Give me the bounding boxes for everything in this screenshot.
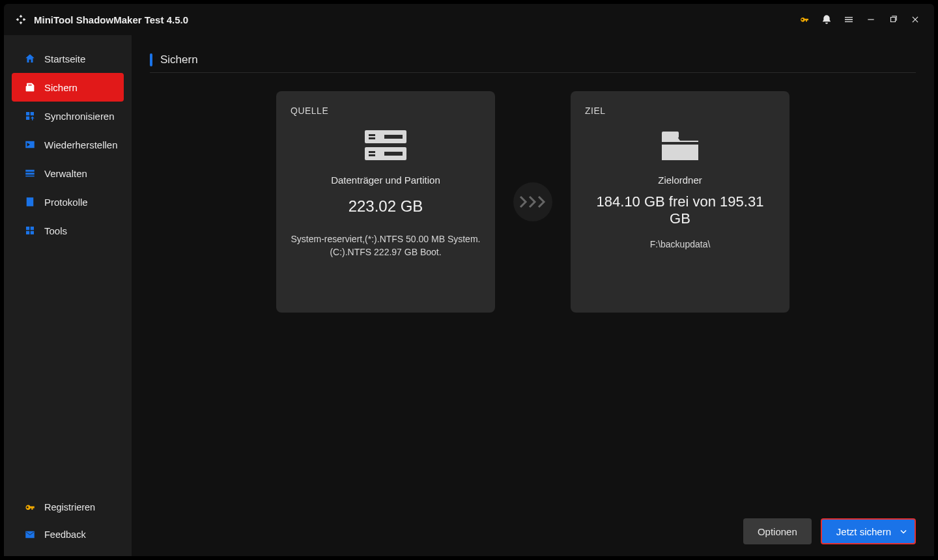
- titlebar-key-icon[interactable]: [793, 8, 816, 31]
- titlebar: MiniTool ShadowMaker Test 4.5.0: [4, 4, 934, 35]
- titlebar-maximize-icon[interactable]: [882, 8, 904, 31]
- svg-rect-0: [868, 19, 874, 20]
- logs-icon: [23, 195, 36, 208]
- sidebar-item-home[interactable]: Startseite: [12, 44, 124, 73]
- sidebar-item-label: Synchronisieren: [44, 111, 115, 122]
- svg-rect-9: [662, 132, 679, 138]
- caret-down-icon: [900, 526, 907, 537]
- key-icon: [23, 501, 36, 514]
- sidebar-item-label: Tools: [44, 225, 67, 236]
- chevrons-right-icon: [519, 195, 547, 208]
- mail-icon: [23, 528, 36, 541]
- source-card[interactable]: QUELLE: [276, 91, 495, 313]
- titlebar-notify-icon[interactable]: [816, 8, 838, 31]
- source-detail: System-reserviert,(*:).NTFS 50.00 MB Sys…: [291, 232, 481, 259]
- app-title: MiniTool ShadowMaker Test 4.5.0: [34, 14, 188, 25]
- sidebar-item-label: Sichern: [44, 82, 78, 93]
- header-accent: [150, 53, 152, 66]
- page-header: Sichern: [150, 47, 916, 73]
- sidebar: Startseite Sichern Synchronisieren Wiede…: [4, 35, 132, 556]
- backup-now-button[interactable]: Jetzt sichern: [821, 518, 916, 544]
- manage-icon: [23, 167, 36, 180]
- target-free: 184.10 GB frei von 195.31 GB: [585, 193, 775, 227]
- sidebar-item-logs[interactable]: Protokolle: [12, 188, 124, 216]
- svg-rect-10: [662, 142, 698, 145]
- app-window: MiniTool ShadowMaker Test 4.5.0 Startse: [4, 4, 934, 556]
- target-path: F:\backupdata\: [585, 238, 775, 251]
- sidebar-item-label: Registrieren: [44, 502, 95, 512]
- svg-rect-3: [369, 137, 375, 139]
- restore-icon: [23, 138, 36, 151]
- sidebar-item-restore[interactable]: Wiederherstellen: [12, 130, 124, 159]
- sidebar-item-label: Feedback: [44, 529, 86, 540]
- sync-icon: [23, 109, 36, 122]
- home-icon: [23, 52, 36, 65]
- target-card[interactable]: ZIEL Zielordner 184.10 GB frei von 195.3…: [571, 91, 789, 313]
- arrow-divider: [513, 182, 552, 221]
- titlebar-menu-icon[interactable]: [838, 8, 860, 31]
- svg-rect-7: [369, 154, 375, 156]
- app-logo-icon: [14, 13, 27, 26]
- titlebar-minimize-icon[interactable]: [860, 8, 882, 31]
- sidebar-item-label: Startseite: [44, 53, 85, 64]
- sidebar-item-label: Verwalten: [44, 168, 87, 179]
- sidebar-item-label: Protokolle: [44, 197, 88, 208]
- sidebar-item-register[interactable]: Registrieren: [12, 494, 124, 521]
- source-subtitle: Datenträger und Partition: [291, 175, 481, 186]
- svg-rect-2: [369, 134, 375, 136]
- target-subtitle: Zielordner: [585, 175, 775, 186]
- target-heading: ZIEL: [585, 105, 775, 116]
- main-content: Sichern QUELLE: [132, 35, 934, 556]
- sidebar-item-tools[interactable]: Tools: [12, 216, 124, 245]
- source-size: 223.02 GB: [291, 197, 481, 216]
- sidebar-item-manage[interactable]: Verwalten: [12, 159, 124, 188]
- options-button[interactable]: Optionen: [743, 518, 812, 544]
- svg-rect-4: [384, 135, 403, 139]
- source-heading: QUELLE: [291, 105, 481, 116]
- titlebar-close-icon[interactable]: [904, 8, 926, 31]
- svg-rect-8: [384, 152, 403, 156]
- backup-icon: [23, 81, 36, 94]
- footer-buttons: Optionen Jetzt sichern: [743, 518, 916, 544]
- folder-icon: [654, 126, 706, 165]
- backup-cards-row: QUELLE: [150, 91, 916, 313]
- tools-icon: [23, 224, 36, 237]
- sidebar-item-label: Wiederherstellen: [44, 139, 118, 150]
- page-title: Sichern: [160, 53, 198, 66]
- sidebar-item-sync[interactable]: Synchronisieren: [12, 102, 124, 130]
- sidebar-item-feedback[interactable]: Feedback: [12, 521, 124, 548]
- disk-icon: [360, 126, 412, 165]
- sidebar-item-backup[interactable]: Sichern: [12, 73, 124, 102]
- svg-rect-6: [369, 151, 375, 153]
